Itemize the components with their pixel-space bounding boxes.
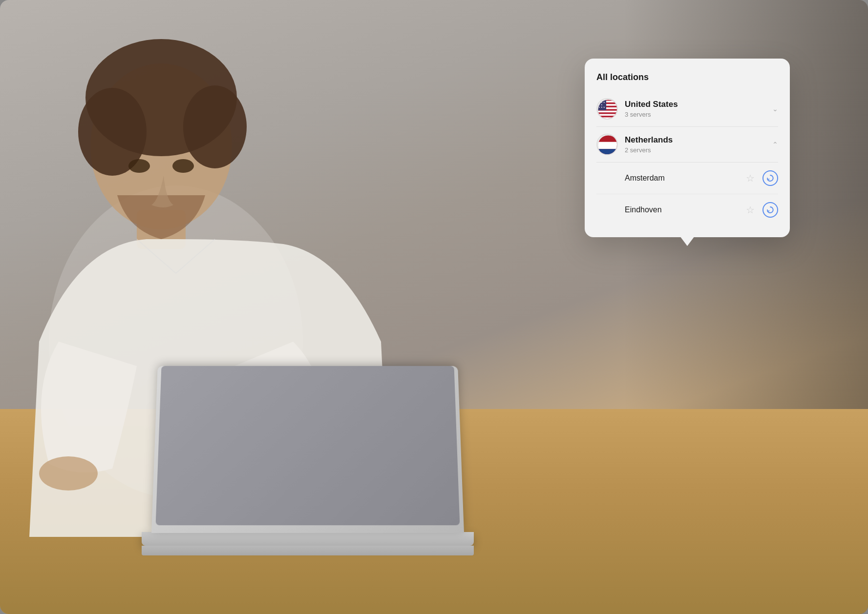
nl-name: Netherlands xyxy=(625,135,768,145)
city-item-amsterdam[interactable]: Amsterdam ☆ xyxy=(596,163,778,194)
us-name: United States xyxy=(625,100,768,109)
svg-rect-15 xyxy=(597,111,618,112)
amsterdam-favorite-button[interactable]: ☆ xyxy=(743,171,758,185)
svg-point-6 xyxy=(39,456,98,491)
popup-title: All locations xyxy=(596,72,778,82)
svg-text:★ ★ ★: ★ ★ ★ xyxy=(598,106,605,108)
svg-rect-25 xyxy=(597,142,618,149)
flag-us: ★ ★ ★ ★ ★ ★ ★ ★ xyxy=(596,98,618,120)
svg-point-4 xyxy=(183,85,247,168)
svg-rect-12 xyxy=(597,101,618,102)
us-servers: 3 servers xyxy=(625,111,768,118)
amsterdam-actions: ☆ xyxy=(743,170,778,186)
svg-point-9 xyxy=(172,159,194,173)
laptop-screen xyxy=(151,366,464,533)
flag-nl xyxy=(596,134,618,155)
nl-chevron: ⌃ xyxy=(772,141,778,148)
vpn-popup: All locations xyxy=(585,59,790,237)
amsterdam-connect-icon xyxy=(766,174,774,182)
svg-rect-26 xyxy=(597,149,618,155)
svg-rect-17 xyxy=(597,117,618,119)
eindhoven-actions: ☆ xyxy=(743,202,778,218)
amsterdam-star-icon: ☆ xyxy=(746,172,755,184)
country-item-us[interactable]: ★ ★ ★ ★ ★ ★ ★ ★ United States 3 servers … xyxy=(596,91,778,127)
scene: All locations xyxy=(0,0,868,614)
laptop-keyboard xyxy=(142,546,474,555)
amsterdam-name: Amsterdam xyxy=(625,174,743,183)
laptop xyxy=(142,353,464,555)
nl-servers: 2 servers xyxy=(625,146,768,154)
eindhoven-connect-icon xyxy=(766,206,774,214)
eindhoven-name: Eindhoven xyxy=(625,205,743,214)
laptop-base xyxy=(142,532,474,546)
amsterdam-connect-button[interactable] xyxy=(762,170,778,186)
us-info: United States 3 servers xyxy=(625,100,768,118)
us-chevron: ⌄ xyxy=(772,105,778,113)
eindhoven-favorite-button[interactable]: ☆ xyxy=(743,203,758,217)
city-item-eindhoven[interactable]: Eindhoven ☆ xyxy=(596,194,778,225)
eindhoven-connect-button[interactable] xyxy=(762,202,778,218)
svg-rect-16 xyxy=(597,114,618,116)
svg-point-8 xyxy=(128,159,150,173)
nl-info: Netherlands 2 servers xyxy=(625,135,768,153)
country-item-nl[interactable]: Netherlands 2 servers ⌃ xyxy=(596,127,778,163)
eindhoven-star-icon: ☆ xyxy=(746,204,755,216)
